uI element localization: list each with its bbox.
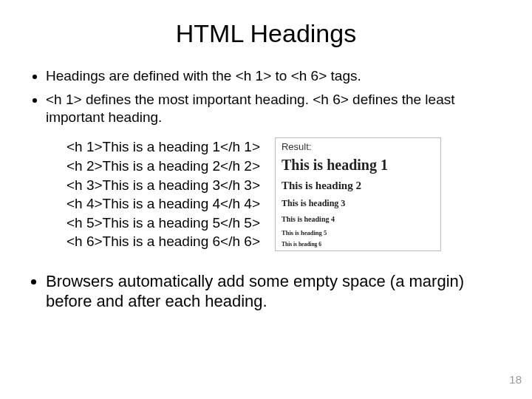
bullet-item: Browsers automatically add some empty sp… — [46, 272, 502, 311]
code-line: <h 5>This is a heading 5</h 5> — [66, 214, 260, 233]
code-line: <h 1>This is a heading 1</h 1> — [66, 137, 260, 157]
result-preview: Result: This is heading 1 This is headin… — [275, 137, 441, 251]
code-line: <h 4>This is a heading 4</h 4> — [66, 194, 260, 214]
code-example: <h 1>This is a heading 1</h 1> <h 2>This… — [66, 137, 260, 251]
code-line: <h 3>This is a heading 3</h 3> — [66, 176, 260, 195]
bullet-item: <h 1> defines the most important heading… — [46, 91, 502, 126]
result-h3: This is heading 3 — [282, 198, 434, 209]
result-h4: This is heading 4 — [282, 215, 434, 223]
page-number: 18 — [509, 373, 522, 386]
code-line: <h 6>This is a heading 6</h 6> — [66, 232, 260, 251]
result-h6: This is heading 6 — [282, 241, 434, 248]
code-line: <h 2>This is a heading 2</h 2> — [66, 157, 260, 176]
example-row: <h 1>This is a heading 1</h 1> <h 2>This… — [66, 137, 502, 251]
result-h5: This is heading 5 — [282, 229, 434, 236]
bottom-bullet-list: Browsers automatically add some empty sp… — [30, 272, 502, 311]
result-h2: This is heading 2 — [282, 180, 434, 192]
bullet-item: Headings are defined with the <h 1> to <… — [46, 67, 502, 85]
result-label: Result: — [282, 141, 434, 152]
result-h1: This is heading 1 — [282, 157, 434, 174]
slide-title: HTML Headings — [30, 19, 502, 48]
top-bullet-list: Headings are defined with the <h 1> to <… — [30, 67, 502, 126]
